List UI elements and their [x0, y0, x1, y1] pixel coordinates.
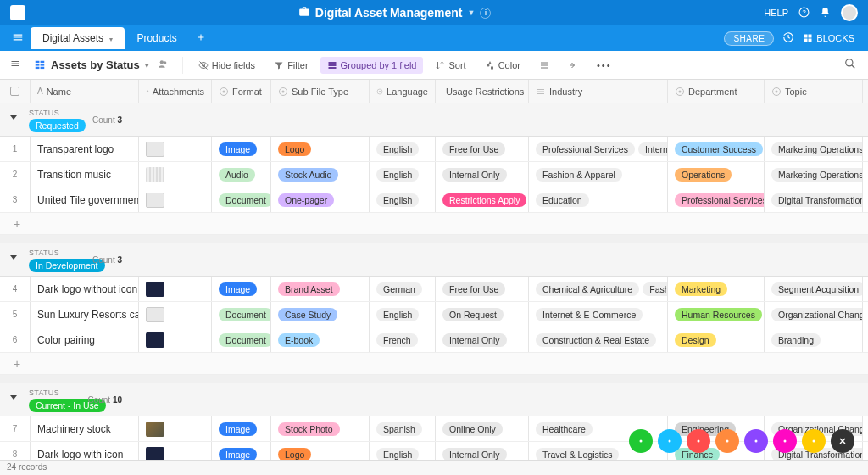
- cell-usage[interactable]: Free for Use: [436, 137, 529, 161]
- cell-name[interactable]: Transition music: [31, 162, 139, 187]
- tab-products[interactable]: Products: [125, 27, 188, 49]
- cell-format[interactable]: Audio: [212, 162, 271, 187]
- table-row[interactable]: 2 Transition music Audio Stock Audio Eng…: [0, 162, 868, 187]
- attachment-thumb[interactable]: [146, 167, 164, 182]
- table-row[interactable]: 1 Transparent logo Image Logo English Fr…: [0, 137, 868, 162]
- cell-sub-type[interactable]: Logo: [271, 442, 370, 460]
- attachment-thumb[interactable]: [146, 282, 164, 297]
- grid-body[interactable]: STATUS Count 3 Requested 1 Transparent l…: [0, 103, 868, 460]
- cell-sub-type[interactable]: Case Study: [271, 302, 370, 327]
- fab-button[interactable]: [773, 429, 797, 453]
- cell-format[interactable]: Image: [212, 137, 271, 161]
- cell-sub-type[interactable]: Brand Asset: [271, 277, 370, 301]
- more-button[interactable]: •••: [590, 57, 619, 74]
- collapse-icon[interactable]: [10, 395, 17, 400]
- fab-button[interactable]: [715, 429, 739, 453]
- add-row-button[interactable]: +: [0, 213, 868, 235]
- cell-topic[interactable]: Segment Acquisition: [765, 277, 863, 301]
- dropdown-caret-icon[interactable]: ▼: [468, 8, 476, 17]
- cell-name[interactable]: Dark logo without icon: [31, 277, 139, 301]
- attachment-thumb[interactable]: [146, 332, 164, 348]
- row-number[interactable]: 8: [0, 442, 31, 460]
- cell-language[interactable]: Spanish: [370, 416, 436, 441]
- cell-attachments[interactable]: [139, 302, 212, 327]
- share-button[interactable]: SHARE: [724, 31, 774, 46]
- column-topic[interactable]: Topic: [765, 80, 863, 103]
- cell-attachments[interactable]: [139, 327, 212, 352]
- cell-name[interactable]: United Tile government o...: [31, 187, 139, 212]
- row-number[interactable]: 4: [0, 277, 31, 301]
- attachment-thumb[interactable]: [146, 307, 164, 322]
- cell-department[interactable]: Human Resources: [668, 302, 765, 327]
- app-logo[interactable]: [10, 5, 25, 20]
- column-language[interactable]: Language: [370, 80, 436, 103]
- cell-language[interactable]: German: [370, 277, 436, 301]
- table-row[interactable]: 5 Sun Luxury Resorts case ... Document C…: [0, 302, 868, 327]
- cell-industry[interactable]: Internet & E-Commerce: [529, 302, 668, 327]
- cell-sub-type[interactable]: One-pager: [271, 187, 370, 212]
- attachment-thumb[interactable]: [146, 142, 164, 157]
- help-icon[interactable]: ?: [798, 7, 810, 20]
- collapse-icon[interactable]: [10, 255, 17, 260]
- cell-format[interactable]: Image: [212, 277, 271, 301]
- filter-button[interactable]: Filter: [267, 57, 314, 74]
- cell-topic[interactable]: Marketing Operations: [765, 162, 863, 187]
- cell-sub-type[interactable]: E-book: [271, 327, 370, 352]
- table-row[interactable]: 6 Color pairing Document E-book French I…: [0, 327, 868, 353]
- add-tab-button[interactable]: [189, 32, 213, 45]
- share-view-button[interactable]: [561, 57, 585, 74]
- row-number[interactable]: 5: [0, 302, 31, 327]
- group-button[interactable]: Grouped by 1 field: [320, 57, 424, 74]
- cell-usage[interactable]: Free for Use: [436, 277, 529, 301]
- table-row[interactable]: 3 United Tile government o... Document O…: [0, 187, 868, 213]
- cell-attachments[interactable]: [139, 137, 212, 161]
- cell-topic[interactable]: Branding: [765, 327, 863, 352]
- cell-format[interactable]: Document: [212, 187, 271, 212]
- cell-name[interactable]: Color pairing: [31, 327, 139, 352]
- cell-department[interactable]: Customer Success: [668, 137, 765, 161]
- cell-sub-type[interactable]: Logo: [271, 137, 370, 161]
- column-name[interactable]: AName: [31, 80, 139, 103]
- cell-format[interactable]: Document: [212, 302, 271, 327]
- cell-attachments[interactable]: [139, 442, 212, 460]
- info-icon[interactable]: i: [480, 8, 491, 19]
- row-number[interactable]: 6: [0, 327, 31, 352]
- row-number[interactable]: 1: [0, 137, 31, 161]
- column-industry[interactable]: Industry: [529, 80, 668, 103]
- select-all-checkbox[interactable]: [0, 80, 31, 103]
- column-department[interactable]: Department: [668, 80, 765, 103]
- cell-sub-type[interactable]: Stock Audio: [271, 162, 370, 187]
- hide-fields-button[interactable]: Hide fields: [192, 57, 262, 74]
- row-number[interactable]: 2: [0, 162, 31, 187]
- cell-language[interactable]: English: [370, 187, 436, 212]
- cell-topic[interactable]: Organizational Change: [765, 302, 863, 327]
- row-number[interactable]: 7: [0, 416, 31, 441]
- bell-icon[interactable]: [820, 7, 831, 20]
- cell-industry[interactable]: Professional Services Internet & E-Com: [529, 137, 668, 161]
- cell-department[interactable]: Professional Services: [668, 187, 765, 212]
- cell-language[interactable]: English: [370, 137, 436, 161]
- collapse-icon[interactable]: [10, 115, 17, 120]
- column-usage-restrictions[interactable]: Usage Restrictions: [436, 80, 529, 103]
- cell-attachments[interactable]: [139, 277, 212, 301]
- cell-language[interactable]: English: [370, 162, 436, 187]
- user-avatar[interactable]: [841, 4, 858, 21]
- attachment-thumb[interactable]: [146, 422, 164, 437]
- fab-button[interactable]: [802, 429, 826, 453]
- history-icon[interactable]: [782, 31, 794, 45]
- fab-button[interactable]: [744, 429, 768, 453]
- cell-name[interactable]: Transparent logo: [31, 137, 139, 161]
- cell-language[interactable]: English: [370, 442, 436, 460]
- cell-department[interactable]: Design: [668, 327, 765, 352]
- column-attachments[interactable]: Attachments: [139, 80, 212, 103]
- close-fabs-button[interactable]: [831, 429, 854, 453]
- help-link[interactable]: HELP: [764, 8, 788, 18]
- cell-attachments[interactable]: [139, 162, 212, 187]
- cell-industry[interactable]: Chemical & Agriculture Fashion & App: [529, 277, 668, 301]
- cell-name[interactable]: Machinery stock: [31, 416, 139, 441]
- view-switcher[interactable]: Assets by Status ▾: [29, 59, 174, 72]
- row-number[interactable]: 3: [0, 187, 31, 212]
- cell-name[interactable]: Sun Luxury Resorts case ...: [31, 302, 139, 327]
- menu-icon[interactable]: [5, 31, 31, 46]
- cell-sub-type[interactable]: Stock Photo: [271, 416, 370, 441]
